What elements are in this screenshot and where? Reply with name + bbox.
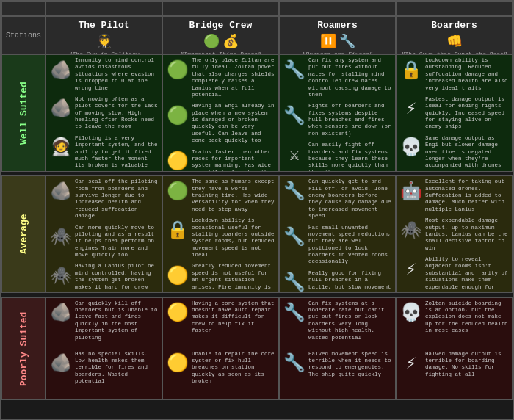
crew-sprite-poor1: 🟡 [165,300,190,325]
cell-text-poor-roamers-2: Halved movement speed is terrible when i… [308,351,393,397]
pilot-sprite-avg2: 🕷️ [48,225,73,250]
cell-text-poor-crew-1: Having a core system that doesn't have a… [192,300,276,347]
boarders-sprite-avg2: 🕷️ [399,217,424,242]
cell-text-avg-crew-2: Lockdown ability is occasional useful fo… [192,217,276,258]
cell-well-roamers: 🔧 Can fix any system and put out fires w… [279,54,396,172]
crew-sprite-well3: 🟡 [165,149,190,173]
cell-text-avg-crew-1: The same as humans except they have a wo… [192,178,276,213]
roamers-sprite-poor2: 🔧 [282,351,307,376]
corner-cell [1,1,46,16]
boarders-sprite-poor2: ⚡ [399,351,424,376]
cell-text-poor-crew-2: Unable to repair the core system or fix … [192,351,276,397]
pilot-sprite-well3: 🧑‍🚀 [48,135,73,160]
crew-sprite-avg1: 🟢 [165,178,190,203]
cell-text-well-roamers-1: Can fix any system and put out fires wit… [308,57,393,98]
cell-text-avg-roamers-2: Has small unwanted movement speed reduct… [308,225,393,266]
cell-text-well-pilot-1: Immunity to mind control avoids disastro… [75,57,159,92]
cell-text-avg-boarders-1: Excellent for taking out automated drone… [425,178,510,213]
crew-sprite-well: 🟢 [165,57,190,82]
boarders-title: Boarders [398,20,510,32]
cell-text-poor-pilot-2: Has no special skills. Low health makes … [75,351,159,397]
pilot-title: The Pilot [48,20,160,32]
roamers-sprite-poor1: 🔧 [282,300,307,325]
cell-text-avg-pilot-3: Having a Lanius pilot be mind controlled… [75,263,159,293]
boarders-sprite-well2: ⚡ [399,96,424,121]
cell-well-boarders: 🔒 Lockdown ability is outstanding. Reduc… [396,54,513,172]
cell-text-well-crew-3: Trains faster than other races for impor… [192,149,276,173]
pilot-sprite-poor1: 🪨 [48,300,73,325]
cell-text-well-crew-1: The only place Zoltan are fully ideal. Z… [192,57,276,98]
boarders-sprite-poor1: 💀 [399,300,424,325]
cell-text-poor-boarders-1: Zoltan suicide boarding is an option, bu… [425,300,510,347]
row-label-average: Average [1,175,46,293]
cell-text-avg-roamers-3: Really good for fixing hull breaches in … [308,270,393,294]
roamers-sprite-well: 🔧 [282,57,307,82]
cell-text-avg-boarders-3: Ability to reveal adjacent rooms isn't s… [425,256,510,293]
cell-text-poor-roamers-1: Can fix systems at a moderate rate but c… [308,300,393,347]
pilot-sprite-well: 🪨 [48,57,73,82]
cell-well-crew: 🟢 The only place Zoltan are fully ideal.… [162,54,279,172]
cell-text-well-roamers-2: Fights off boarders and fixes systems de… [308,103,393,137]
cell-text-avg-pilot-1: Can seal off the piloting room from boar… [75,178,159,220]
roamers-title: Roamers [281,20,394,32]
cell-text-well-crew-2: Having an Engi already in place when a n… [192,103,276,144]
roamers-sprite-well3: ⚔️ [282,142,307,167]
cell-text-poor-boarders-2: Halved damage output is terrible for boa… [425,351,510,397]
cell-avg-roamers: 🔧 Can quickly get to and kill off, or av… [279,175,396,293]
column-header-roamers: Roamers ⏸️🔧 "Runners and Fixers" [279,16,396,54]
crew-sprite-avg3: 🟡 [165,263,190,288]
cell-text-avg-boarders-2: Most expendable damage output, up to max… [425,217,510,252]
cell-well-pilot: 🪨 Immunity to mind control avoids disast… [46,54,162,172]
station-label-crew [162,1,279,16]
crew-sprite-well2: 🟢 [165,103,190,128]
pilot-sprite-avg1: 🪨 [48,178,73,203]
column-header-pilot: The Pilot 🧑‍✈️ "The Guy in Solitary Conf… [46,16,162,54]
pilot-sprite-avg3: 🕷️ [48,263,73,288]
cell-avg-pilot: 🪨 Can seal off the piloting room from bo… [46,175,162,293]
cell-avg-crew: 🟢 The same as humans except they have a … [162,175,279,293]
cell-text-well-boarders-1: Lockdown ability is outstanding. Reduced… [425,57,510,92]
cell-text-well-boarders-2: Fastest damage output is ideal for endin… [425,96,510,131]
column-header-crew: Bridge Crew 🟢💰 "Important Thing Doers" [162,16,279,54]
row-label-poorly: Poorly Suited [1,297,46,400]
cell-text-poor-pilot-1: Can quickly kill off boarders but is una… [75,300,159,347]
cell-avg-boarders: 🤖 Excellent for taking out automated dro… [396,175,513,293]
cell-poor-pilot: 🪨 Can quickly kill off boarders but is u… [46,297,162,400]
station-label-boarders [396,1,513,16]
cell-text-avg-crew-3: Greatly reduced movement speed is not us… [192,263,276,293]
cell-text-well-roamers-3: Can easily fight off boarders and fix sy… [308,142,393,172]
boarders-sprite-well: 🔒 [399,57,424,82]
boarders-sprite-avg1: 🤖 [399,178,424,203]
cell-text-well-pilot-3: Piloting is a very important system, and… [75,135,159,170]
station-label-pilot [46,1,162,16]
column-header-boarders: Boarders 👊 "The Guys that Punch the Best… [396,16,513,54]
pilot-sprite-well2: 🪨 [48,96,73,121]
boarders-sprite-well3: 💀 [399,135,424,160]
crew-title: Bridge Crew [164,20,277,32]
roamers-sprite-well2: 🔧 [282,103,307,128]
crew-sprite-poor2: 🟡 [165,351,190,376]
station-label-roamers [279,1,396,16]
roamers-sprite-avg1: 🔧 [282,178,307,203]
crew-sprite-avg2: 🔒 [165,217,190,242]
roamers-sprite-avg2: 🔧 [282,225,307,250]
cell-text-avg-pilot-2: Can more quickly move to piloting and as… [75,225,159,259]
pilot-sprite-poor2: 🪨 [48,351,73,376]
cell-poor-boarders: 💀 Zoltan suicide boarding is an option, … [396,297,513,400]
cell-text-well-pilot-2: Not moving often as a pilot covers for t… [75,96,159,131]
cell-text-avg-roamers-1: Can quickly get to and kill off, or avoi… [308,178,393,220]
roamers-sprite-avg3: 🔧 [282,270,307,294]
cell-poor-roamers: 🔧 Can fix systems at a moderate rate but… [279,297,396,400]
row-label-well: Well Suited [1,54,46,172]
stations-row-label: Stations [1,16,46,54]
cell-poor-crew: 🟡 Having a core system that doesn't have… [162,297,279,400]
boarders-sprite-avg3: ⚡ [399,256,424,281]
cell-text-well-boarders-3: Same damage output as Engi but slower da… [425,135,510,170]
